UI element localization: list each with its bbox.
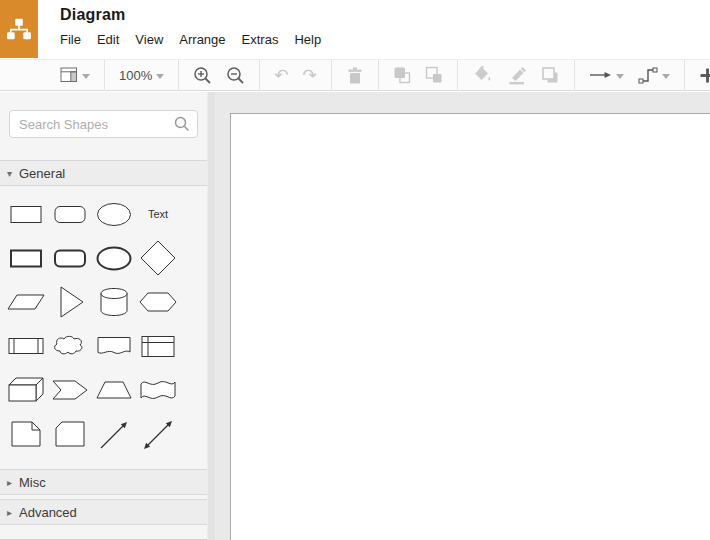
zoom-level-value: 100% xyxy=(119,68,152,83)
shape-diamond[interactable] xyxy=(136,236,180,280)
redo-button[interactable]: ↷ xyxy=(296,60,324,90)
insert-plus-icon xyxy=(699,67,710,84)
shape-rectangle[interactable] xyxy=(4,192,48,236)
zoom-in-icon xyxy=(193,66,212,85)
chevron-down-icon xyxy=(82,74,90,79)
shape-cube[interactable] xyxy=(4,368,48,412)
note-icon xyxy=(4,412,48,456)
drawio-app: Diagram File Edit View Arrange Extras He… xyxy=(0,0,710,540)
shape-rounded-rectangle[interactable] xyxy=(48,192,92,236)
section-general-label: General xyxy=(19,166,65,181)
zoom-out-button[interactable] xyxy=(219,60,252,90)
chevron-right-icon: ▸ xyxy=(7,507,19,518)
shape-bidirectional-arrow[interactable] xyxy=(136,412,180,456)
shape-hexagon[interactable] xyxy=(136,280,180,324)
menu-file[interactable]: File xyxy=(60,32,81,47)
zoom-level-button[interactable]: 100% xyxy=(112,60,171,90)
menu-arrange[interactable]: Arrange xyxy=(179,32,225,47)
rounded-rectangle-bold-icon xyxy=(48,236,92,280)
format-panel-icon xyxy=(60,67,78,83)
tape-icon xyxy=(136,368,180,412)
shape-text-label: Text xyxy=(148,208,168,220)
section-misc[interactable]: ▸ Misc xyxy=(0,469,207,495)
rounded-rectangle-icon xyxy=(48,192,92,236)
menu-edit[interactable]: Edit xyxy=(97,32,119,47)
connection-arrow-icon xyxy=(589,69,612,81)
section-misc-label: Misc xyxy=(19,475,46,490)
menu-help[interactable]: Help xyxy=(294,32,321,47)
drawing-page[interactable] xyxy=(230,113,710,540)
shape-trapezoid[interactable] xyxy=(92,368,136,412)
menubar: File Edit View Arrange Extras Help xyxy=(60,32,321,47)
header: Diagram File Edit View Arrange Extras He… xyxy=(0,0,710,59)
cylinder-icon xyxy=(92,280,136,324)
waypoints-button[interactable] xyxy=(631,60,677,90)
shape-cloud[interactable] xyxy=(48,324,92,368)
connection-style-button[interactable] xyxy=(582,60,631,90)
app-logo xyxy=(0,0,38,58)
menu-view[interactable]: View xyxy=(135,32,163,47)
canvas-area[interactable] xyxy=(215,92,710,540)
to-back-button[interactable] xyxy=(418,60,450,90)
fill-color-icon xyxy=(472,65,492,85)
chevron-down-icon xyxy=(616,74,624,79)
chevron-right-icon: ▸ xyxy=(7,477,19,488)
shape-step[interactable] xyxy=(48,368,92,412)
hexagon-icon xyxy=(136,280,180,324)
shadow-icon xyxy=(541,66,560,85)
shape-process[interactable] xyxy=(4,324,48,368)
document-title: Diagram xyxy=(60,6,321,24)
redo-icon: ↷ xyxy=(303,67,317,84)
shape-triangle[interactable] xyxy=(48,280,92,324)
delete-icon xyxy=(346,66,364,85)
cloud-icon xyxy=(48,324,92,368)
shape-parallelogram[interactable] xyxy=(4,280,48,324)
zoom-in-button[interactable] xyxy=(186,60,219,90)
shape-cylinder[interactable] xyxy=(92,280,136,324)
shape-ellipse-bold[interactable] xyxy=(92,236,136,280)
shape-card[interactable] xyxy=(48,412,92,456)
insert-button[interactable] xyxy=(692,60,710,90)
undo-button[interactable]: ↶ xyxy=(267,60,295,90)
rectangle-icon xyxy=(4,192,48,236)
diamond-icon xyxy=(136,236,180,280)
section-advanced-label: Advanced xyxy=(19,505,77,520)
directional-arrow-icon xyxy=(92,412,136,456)
section-advanced[interactable]: ▸ Advanced xyxy=(0,499,207,525)
document-icon xyxy=(92,324,136,368)
undo-icon: ↶ xyxy=(274,67,288,84)
shape-rounded-rectangle-bold[interactable] xyxy=(48,236,92,280)
tree-diagram-icon xyxy=(6,16,32,42)
ellipse-icon xyxy=(92,192,136,236)
process-icon xyxy=(4,324,48,368)
cube-icon xyxy=(4,368,48,412)
ellipse-bold-icon xyxy=(92,236,136,280)
shape-palette: Text xyxy=(0,186,207,456)
delete-button[interactable] xyxy=(339,60,371,90)
shape-tape[interactable] xyxy=(136,368,180,412)
shape-note[interactable] xyxy=(4,412,48,456)
to-front-button[interactable] xyxy=(386,60,418,90)
shape-internal-storage[interactable] xyxy=(136,324,180,368)
sidebar-splitter[interactable] xyxy=(207,92,215,540)
chevron-down-icon: ▾ xyxy=(7,168,19,179)
shape-document[interactable] xyxy=(92,324,136,368)
chevron-down-icon xyxy=(662,74,670,79)
search-icon xyxy=(174,116,190,132)
view-format-button[interactable] xyxy=(53,60,97,90)
section-general[interactable]: ▾ General xyxy=(0,160,207,186)
line-color-button[interactable] xyxy=(499,60,534,90)
waypoints-icon xyxy=(638,66,658,85)
parallelogram-icon xyxy=(4,280,48,324)
shape-ellipse[interactable] xyxy=(92,192,136,236)
fill-color-button[interactable] xyxy=(465,60,499,90)
internal-storage-icon xyxy=(136,324,180,368)
shape-text[interactable]: Text xyxy=(136,192,180,236)
shape-directional-arrow[interactable] xyxy=(92,412,136,456)
shape-rectangle-bold[interactable] xyxy=(4,236,48,280)
search-shapes-input[interactable] xyxy=(9,110,198,138)
menu-extras[interactable]: Extras xyxy=(242,32,279,47)
bidirectional-arrow-icon xyxy=(136,412,180,456)
shadow-button[interactable] xyxy=(534,60,567,90)
to-back-icon xyxy=(425,66,443,84)
